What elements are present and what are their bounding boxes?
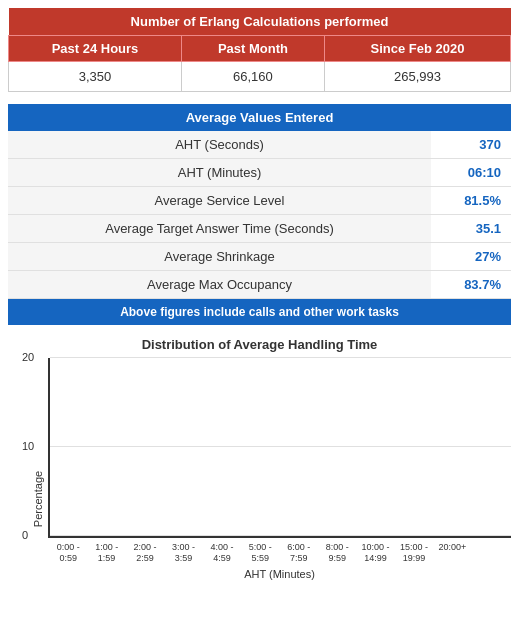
x-label: 10:00 - 14:99	[357, 542, 393, 564]
row-value-service-level: 81.5%	[431, 187, 511, 215]
table-row: AHT (Seconds) 370	[8, 131, 511, 159]
x-label: 0:00 - 0:59	[50, 542, 86, 564]
table-row: Average Shrinkage 27%	[8, 243, 511, 271]
x-label: 1:00 - 1:59	[88, 542, 124, 564]
x-label	[473, 542, 509, 564]
table-row: Average Target Answer Time (Seconds) 35.…	[8, 215, 511, 243]
row-label-aht-min: AHT (Minutes)	[8, 159, 431, 187]
chart-section: Distribution of Average Handling Time Pe…	[8, 337, 511, 625]
row-value-aht-sec: 370	[431, 131, 511, 159]
main-container: Number of Erlang Calculations performed …	[0, 0, 519, 625]
x-label: 6:00 - 7:59	[281, 542, 317, 564]
x-label: 4:00 - 4:59	[204, 542, 240, 564]
x-label: 20:00+	[434, 542, 470, 564]
averages-title: Average Values Entered	[8, 104, 511, 131]
chart-area: 20 10 0	[48, 358, 511, 538]
x-label: 5:00 - 5:59	[242, 542, 278, 564]
x-axis-title: AHT (Minutes)	[48, 568, 511, 580]
x-labels: 0:00 - 0:591:00 - 1:592:00 - 2:593:00 - …	[48, 538, 511, 564]
row-label-shrinkage: Average Shrinkage	[8, 243, 431, 271]
erlang-col3-header: Since Feb 2020	[324, 36, 510, 62]
y-axis-label: Percentage	[32, 471, 44, 527]
row-label-aht-sec: AHT (Seconds)	[8, 131, 431, 159]
erlang-title: Number of Erlang Calculations performed	[9, 8, 511, 36]
chart-container: Percentage 20 10 0 0:00 - 0:591:00 - 1:5…	[8, 358, 511, 625]
x-label: 2:00 - 2:59	[127, 542, 163, 564]
table-row: Average Service Level 81.5%	[8, 187, 511, 215]
erlang-col2-header: Past Month	[181, 36, 324, 62]
averages-footer: Above figures include calls and other wo…	[8, 299, 511, 326]
row-value-max-occupancy: 83.7%	[431, 271, 511, 299]
row-label-answer-time: Average Target Answer Time (Seconds)	[8, 215, 431, 243]
erlang-table: Number of Erlang Calculations performed …	[8, 8, 511, 92]
x-label: 8:00 - 9:59	[319, 542, 355, 564]
row-value-shrinkage: 27%	[431, 243, 511, 271]
row-label-max-occupancy: Average Max Occupancy	[8, 271, 431, 299]
averages-table: Average Values Entered AHT (Seconds) 370…	[8, 104, 511, 325]
chart-title: Distribution of Average Handling Time	[8, 337, 511, 352]
table-row: AHT (Minutes) 06:10	[8, 159, 511, 187]
x-label: 3:00 - 3:59	[165, 542, 201, 564]
erlang-col1-header: Past 24 Hours	[9, 36, 182, 62]
erlang-col3-value: 265,993	[324, 62, 510, 92]
bars-wrapper	[50, 358, 511, 536]
table-row: Average Max Occupancy 83.7%	[8, 271, 511, 299]
row-value-answer-time: 35.1	[431, 215, 511, 243]
erlang-col1-value: 3,350	[9, 62, 182, 92]
erlang-col2-value: 66,160	[181, 62, 324, 92]
row-value-aht-min: 06:10	[431, 159, 511, 187]
row-label-service-level: Average Service Level	[8, 187, 431, 215]
x-label: 15:00 - 19:99	[396, 542, 432, 564]
